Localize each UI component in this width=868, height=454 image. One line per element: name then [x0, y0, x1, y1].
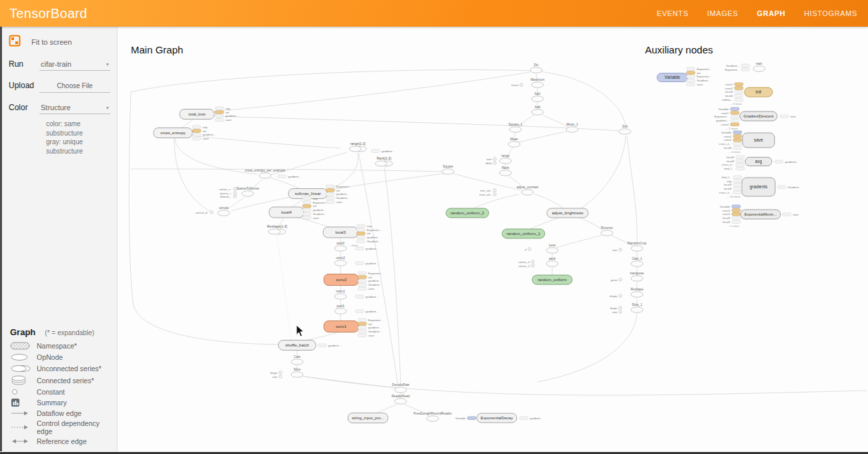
tab-graph[interactable]: GRAPH: [757, 9, 786, 17]
node-start[interactable]: start: [486, 158, 496, 161]
node-Cast_1[interactable]: Cast_1: [631, 257, 643, 267]
node-Rank[interactable]: Rank: [499, 166, 511, 176]
node-Square_1[interactable]: Square_1: [509, 123, 523, 133]
node-norm1[interactable]: norm1: [335, 290, 347, 300]
node-ExponentialMovin...[interactable]: ExponentialMovin...: [740, 210, 781, 219]
chip-stack: Gradient...: [777, 186, 801, 189]
node-adjust_brightness[interactable]: adjust_brightness: [547, 208, 588, 218]
svg-text:pool1: pool1: [337, 304, 345, 308]
node-Reshape[1-3][interactable]: Reshape[1-3]: [267, 224, 288, 235]
svg-text:cross_e...: cross_e...: [719, 142, 732, 146]
node-Mean[interactable]: Mean: [508, 138, 520, 148]
node-Reshape[interactable]: Reshape: [630, 288, 644, 298]
choose-file-button[interactable]: Choose File: [39, 80, 110, 93]
node-FixedLengthRecordReader[interactable]: FixedLengthRecordReader: [413, 412, 452, 422]
chip-stack: conv1conv2local3local4softma...… 3 more: [722, 83, 743, 105]
node-transpose[interactable]: transpose: [630, 272, 644, 282]
node-Add[interactable]: Add: [531, 105, 544, 116]
node-RandomCrop[interactable]: RandomCrop: [628, 242, 647, 252]
node-init[interactable]: init: [744, 87, 773, 97]
node-Slice_1[interactable]: Slice_1: [631, 303, 643, 313]
unconnected-series-icon: [10, 364, 37, 373]
node-size[interactable]: size: [612, 248, 622, 252]
node-random_uniform_2[interactable]: random_uniform_2: [446, 208, 489, 218]
tab-events[interactable]: EVENTS: [656, 9, 688, 17]
node-string_input_pro...[interactable]: string_input_pro...: [348, 413, 388, 423]
node-max_val..[interactable]: max_val..: [479, 193, 496, 196]
node-gradients[interactable]: gradients: [742, 178, 775, 196]
graph-canvas[interactable]: total_losscross_entropysoftmax_linearloc…: [118, 27, 868, 451]
node-values_2[interactable]: values_2: [518, 264, 534, 268]
node-y[interactable]: y: [525, 248, 531, 251]
node-default_..[interactable]: default_..: [220, 195, 236, 198]
node-Less[interactable]: Less: [546, 244, 558, 254]
color-select[interactable]: Structure ▾: [39, 102, 110, 114]
svg-text:softmax_linear: softmax_linear: [294, 192, 320, 196]
node-concat[interactable]: concat: [218, 206, 230, 216]
node-concat_d..[interactable]: concat_d..: [196, 211, 214, 214]
run-label: Run: [9, 59, 39, 69]
node-size[interactable]: size: [612, 310, 622, 314]
run-select[interactable]: cifar-train ▾: [39, 59, 110, 71]
node-range[interactable]: range: [499, 154, 511, 164]
tab-histograms[interactable]: HISTOGRAMS: [804, 9, 857, 17]
node-pack[interactable]: pack: [546, 257, 558, 267]
summary-icon: [10, 398, 37, 407]
graph-edge: [227, 197, 244, 210]
node-begin[interactable]: begin: [610, 306, 622, 310]
node-Reverse[interactable]: Reverse: [601, 226, 613, 236]
node-Div[interactable]: Div: [530, 63, 542, 73]
graph-edge: [270, 178, 302, 190]
node-local3[interactable]: local3: [323, 227, 358, 238]
svg-text:train: train: [756, 62, 763, 65]
node-random_uniform[interactable]: random_uniform: [532, 275, 572, 284]
node-ExponentialDecay[interactable]: ExponentialDecay: [477, 413, 517, 423]
tab-images[interactable]: IMAGES: [707, 9, 738, 17]
node-shape[interactable]: shape: [610, 294, 622, 298]
node-pool1[interactable]: pool1: [335, 304, 347, 314]
node-size[interactable]: size: [272, 375, 282, 379]
chip-stack: gradient...: [318, 344, 341, 347]
node-Square[interactable]: Square: [442, 165, 454, 175]
node-values_s..[interactable]: values_s..: [219, 188, 236, 191]
node-random_uniform_1[interactable]: random_uniform_1: [502, 229, 545, 238]
node-local4[interactable]: local4: [269, 207, 304, 218]
main-graph-title: Main Graph: [131, 44, 183, 55]
node-begin[interactable]: begin: [270, 371, 282, 375]
svg-text:conv2: conv2: [722, 212, 730, 216]
node-Sqrt[interactable]: Sqrt: [531, 92, 544, 102]
node-Const[interactable]: Const: [511, 83, 523, 87]
svg-text:ExponentialMovin...: ExponentialMovin...: [744, 212, 777, 216]
svg-text:local4: local4: [726, 160, 734, 163]
node-values_0[interactable]: values_0: [518, 260, 534, 264]
node-SparseToDense[interactable]: SparseToDense: [236, 187, 259, 197]
node-cross_entropy[interactable]: cross_entropy: [154, 128, 192, 138]
node-Cast[interactable]: Cast: [291, 355, 303, 365]
node-Slice[interactable]: Slice: [291, 368, 303, 378]
node-train[interactable]: train: [753, 62, 765, 72]
legend-item-constant: Constant: [10, 388, 112, 396]
node-Maximum[interactable]: Maximum: [531, 78, 545, 88]
svg-text:softma...: softma...: [722, 98, 732, 101]
node-ReaderRead[interactable]: ReaderRead: [391, 395, 410, 405]
node-shuffle_batch[interactable]: shuffle_batch: [278, 340, 316, 351]
node-Variable[interactable]: Variable: [657, 73, 688, 82]
node-range[1-2][interactable]: range[1-2]: [349, 142, 367, 152]
node-perm[interactable]: perm: [611, 278, 622, 282]
node-norm2[interactable]: norm2: [335, 256, 347, 266]
node-GradientDescent[interactable]: GradientDescent: [740, 111, 777, 121]
node-conv1[interactable]: conv1: [324, 321, 359, 332]
svg-text:cross_e...: cross_e...: [722, 163, 734, 166]
node-Rank[1-2][interactable]: Rank[1-2]: [375, 156, 393, 167]
node-Sub[interactable]: Sub: [619, 125, 631, 135]
node-save[interactable]: save: [742, 133, 775, 148]
node-min_val..[interactable]: min_val..: [480, 189, 496, 192]
node-avg[interactable]: avg: [745, 158, 772, 166]
node-delta[interactable]: delta: [485, 162, 496, 165]
node-total_loss[interactable]: total_loss: [180, 109, 214, 120]
graph-edge: [627, 136, 637, 244]
node-pool2[interactable]: pool2: [335, 242, 347, 252]
node-conv2[interactable]: conv2: [324, 274, 359, 286]
fit-to-screen-button[interactable]: Fit to screen: [9, 35, 110, 49]
node-Mean_1[interactable]: Mean_1: [566, 123, 578, 133]
